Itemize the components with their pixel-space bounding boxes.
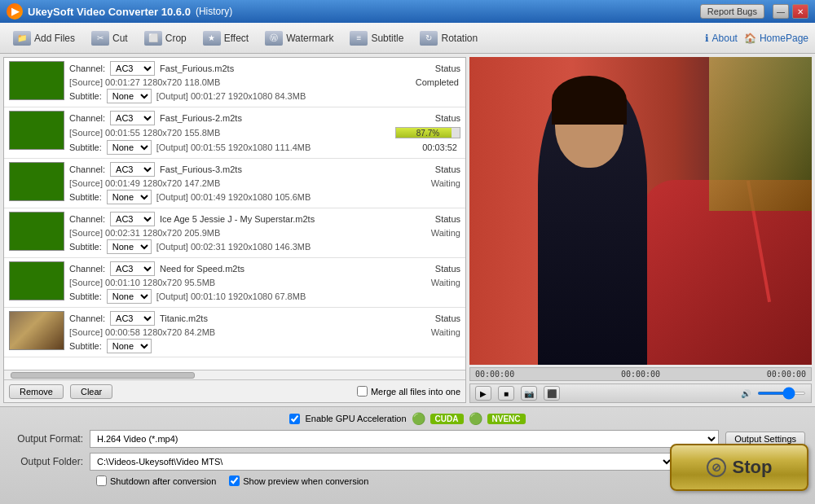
subtitle-icon: ≡	[350, 31, 368, 46]
remove-button[interactable]: Remove	[9, 384, 64, 399]
subtitle-select-6[interactable]: None	[107, 339, 152, 353]
about-link[interactable]: ℹ About	[705, 33, 738, 44]
about-label: About	[712, 33, 738, 44]
channel-label-4: Channel:	[69, 214, 105, 224]
output-folder-label: Output Folder:	[10, 456, 83, 467]
file-list-panel: Channel: AC3 Fast_Furious.m2ts Status [S…	[3, 57, 466, 403]
subtitle-label-2: Subtitle:	[69, 142, 102, 152]
source-info-3: [Source] 00:01:49 1280x720 147.2MB	[69, 178, 220, 188]
crop-button[interactable]: ⬜ Crop	[138, 28, 193, 48]
effect-button[interactable]: ★ Effect	[196, 28, 255, 48]
stop-button[interactable]: ■	[498, 386, 514, 401]
filename-4: Ice Age 5 Jessie J - My Superstar.m2ts	[160, 214, 407, 224]
minimize-button[interactable]: —	[773, 4, 789, 19]
home-icon: 🏠	[744, 33, 756, 44]
file-list-scroll[interactable]: Channel: AC3 Fast_Furious.m2ts Status [S…	[4, 58, 465, 370]
add-files-button[interactable]: 📁 Add Files	[7, 28, 82, 48]
thumbnail-1	[9, 61, 64, 100]
play-button[interactable]: ▶	[475, 386, 491, 401]
fullscreen-button[interactable]: ⬛	[544, 386, 560, 401]
gpu-label: Enable GPU Acceleration	[305, 414, 406, 423]
subtitle-label-6: Subtitle:	[69, 341, 102, 351]
subtitle-select-2[interactable]: None	[107, 140, 152, 155]
clear-button[interactable]: Clear	[70, 384, 112, 399]
subtitle-label-3: Subtitle:	[69, 192, 102, 202]
rotation-button[interactable]: ↻ Rotation	[413, 28, 484, 48]
file-info-1: Channel: AC3 Fast_Furious.m2ts Status [S…	[69, 61, 460, 103]
stop-label: Stop	[733, 457, 773, 478]
subtitle-select-3[interactable]: None	[107, 190, 152, 204]
status-value-5: Waiting	[431, 278, 460, 287]
video-preview	[469, 57, 812, 365]
file-list-bottom: Remove Clear Merge all files into one	[4, 379, 465, 402]
about-icon: ℹ	[705, 33, 709, 44]
show-preview-checkbox-container: Show preview when conversion	[229, 476, 368, 486]
thumbnail-6	[9, 311, 64, 350]
time-remaining-2: 00:03:52	[422, 142, 457, 152]
toolbar-right: ℹ About 🏠 HomePage	[705, 33, 808, 44]
file-info-3: Channel: AC3 Fast_Furious-3.m2ts Status …	[69, 162, 460, 204]
horizontal-scrollbar	[4, 370, 465, 379]
effect-label: Effect	[224, 33, 249, 44]
list-item: Channel: AC3 Need for Speed.m2ts Status …	[4, 258, 465, 308]
gpu-acceleration-checkbox[interactable]	[289, 414, 300, 424]
source-info-4: [Source] 00:02:31 1280x720 205.9MB	[69, 228, 220, 238]
report-bugs-button[interactable]: Report Bugs	[700, 4, 764, 19]
nvidia-icon-cuda: 🟢	[412, 412, 425, 425]
status-value-4: Waiting	[431, 228, 460, 238]
status-label-5: Status	[412, 264, 460, 274]
channel-select-6[interactable]: AC3	[110, 311, 155, 326]
source-info-5: [Source] 00:01:10 1280x720 95.5MB	[69, 278, 215, 287]
output-info-4: [Output] 00:02:31 1920x1080 146.3MB	[156, 242, 311, 252]
channel-select-3[interactable]: AC3	[110, 162, 155, 177]
subtitle-button[interactable]: ≡ Subtitle	[343, 28, 410, 48]
output-info-1: [Output] 00:01:27 1920x1080 84.3MB	[156, 91, 306, 101]
time-start: 00:00:00	[475, 370, 514, 379]
merge-checkbox[interactable]	[357, 386, 368, 397]
toolbar: 📁 Add Files ✂ Cut ⬜ Crop ★ Effect Ⓦ Wate…	[0, 23, 815, 54]
status-label-3: Status	[412, 164, 460, 174]
output-info-5: [Output] 00:01:10 1920x1080 67.8MB	[156, 291, 306, 301]
list-item: Channel: AC3 Ice Age 5 Jessie J - My Sup…	[4, 208, 465, 258]
channel-select-4[interactable]: AC3	[110, 212, 155, 226]
subtitle-select-1[interactable]: None	[107, 89, 152, 103]
progress-section-2: 87.7%	[395, 127, 460, 138]
snapshot-button[interactable]: 📷	[521, 386, 537, 401]
file-info-5: Channel: AC3 Need for Speed.m2ts Status …	[69, 261, 460, 304]
source-info-1: [Source] 00:01:27 1280x720 118.0MB	[69, 77, 220, 87]
thumbnail-5	[9, 261, 64, 300]
cut-button[interactable]: ✂ Cut	[85, 28, 134, 48]
show-preview-checkbox[interactable]	[229, 476, 240, 486]
shutdown-checkbox-container: Shutdown after conversion	[96, 476, 216, 486]
h-scroll-thumb[interactable]	[11, 372, 195, 379]
show-preview-label: Show preview when conversion	[243, 476, 368, 486]
rotation-icon: ↻	[420, 31, 438, 46]
channel-label-6: Channel:	[69, 313, 105, 323]
title-bar-right-controls: Report Bugs — ✕	[700, 4, 808, 19]
filename-3: Fast_Furious-3.m2ts	[160, 164, 407, 174]
app-logo: ▶	[7, 3, 23, 20]
close-button[interactable]: ✕	[792, 4, 808, 19]
app-title: UkeySoft Video Converter 10.6.0	[28, 6, 191, 18]
channel-select-1[interactable]: AC3	[110, 61, 155, 76]
stop-convert-button[interactable]: ⊘ Stop	[670, 444, 808, 491]
filename-6: Titanic.m2ts	[160, 313, 407, 323]
folder-input[interactable]: C:\Videos-Ukeysoft\Video MTS\	[90, 453, 674, 471]
subtitle-select-5[interactable]: None	[107, 289, 152, 304]
main-content: Channel: AC3 Fast_Furious.m2ts Status [S…	[0, 54, 815, 406]
channel-select-5[interactable]: AC3	[110, 261, 155, 276]
crop-label: Crop	[165, 33, 187, 44]
subtitle-label-5: Subtitle:	[69, 291, 102, 301]
crop-icon: ⬜	[144, 31, 162, 46]
subtitle-select-4[interactable]: None	[107, 239, 152, 254]
cuda-badge: CUDA	[430, 414, 464, 424]
stop-icon: ⊘	[707, 458, 726, 477]
channel-label-2: Channel:	[69, 113, 105, 123]
watermark-button[interactable]: Ⓦ Watermark	[258, 28, 340, 48]
volume-slider[interactable]	[757, 392, 806, 395]
status-value-6: Waiting	[431, 327, 460, 337]
channel-select-2[interactable]: AC3	[110, 111, 155, 125]
format-select[interactable]: H.264 Video (*.mp4)	[90, 430, 719, 448]
shutdown-checkbox[interactable]	[96, 476, 107, 486]
homepage-link[interactable]: 🏠 HomePage	[744, 33, 808, 44]
